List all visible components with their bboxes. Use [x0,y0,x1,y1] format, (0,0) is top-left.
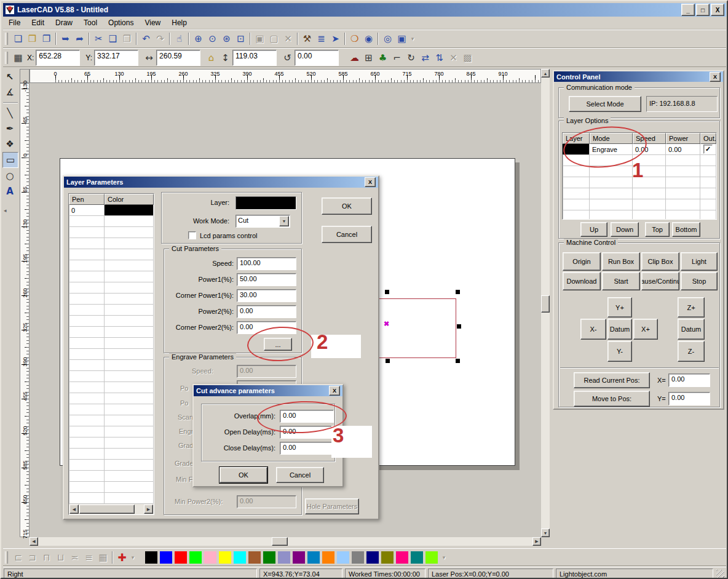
line-tool[interactable]: ╲ [2,106,17,121]
run-box-button[interactable]: Run Box [602,252,640,271]
array-copy-icon[interactable]: ⊞ [362,50,376,65]
pen-table-row[interactable] [69,316,154,327]
pos-x-field[interactable]: 0.00 [668,373,710,387]
layer-color-swatch[interactable] [235,196,296,210]
origin-corner-icon[interactable]: ⌐ [390,50,404,65]
param-list-icon[interactable]: ≣ [314,32,328,46]
selection-handle-bottom-center[interactable] [386,359,390,363]
jog-datum-xy-button[interactable]: Datum [607,319,632,340]
stop-button[interactable]: Stop [681,272,718,290]
select-tool[interactable]: ↖ [2,70,17,84]
anchor-grid-icon[interactable]: ▦ [11,50,25,65]
minimize-button[interactable]: _ [681,4,695,16]
close-delay-field[interactable]: 0.00 [280,442,334,455]
y-position-field[interactable]: 332.17 [94,50,138,66]
layer-table-header-4[interactable]: Out... [700,133,716,144]
layer-top-button[interactable]: Top [645,222,670,237]
data-check-icon[interactable]: ⚒ [300,32,314,46]
pen-table-row[interactable] [69,238,154,249]
param-pick-icon[interactable]: ➤ [328,32,342,46]
jog-z-minus-button[interactable]: Z- [678,341,705,362]
node-edit-icon[interactable]: ◉ [362,32,376,46]
maximize-button[interactable]: □ [696,4,710,16]
cut-advance-ok-button[interactable]: OK [220,467,267,483]
resize-grip[interactable] [716,570,724,578]
palette-color-9[interactable] [263,551,275,564]
control-panel-close-icon[interactable]: X [710,72,721,82]
pen-table-row[interactable] [69,227,154,238]
cut-corner-power1-field[interactable]: 30.00 [237,289,296,302]
cut-power2-field[interactable]: 0.00 [237,305,296,318]
read-current-pos-button[interactable]: Read Current Pos: [574,372,650,388]
select-mode-button[interactable]: Select Mode [569,96,641,112]
layer-table-header-3[interactable]: Power [666,133,700,144]
pen-table-row[interactable] [69,449,154,460]
palette-color-10[interactable] [278,551,290,564]
cut-speed-field[interactable]: 100.00 [237,257,296,270]
scroll-left-button[interactable]: ◀ [30,537,38,546]
x-position-field[interactable]: 652.28 [36,50,80,66]
palette-color-16[interactable] [366,551,379,564]
cut-advance-close-icon[interactable]: X [329,386,340,396]
light-button[interactable]: Light [681,252,718,271]
nest-icon[interactable]: ♣ [376,50,390,65]
jog-datum-z-button[interactable]: Datum [678,319,705,340]
pen-table-row[interactable] [69,460,154,471]
palette-color-8[interactable] [248,551,261,564]
menu-tool[interactable]: Tool [78,17,103,29]
menu-draw[interactable]: Draw [50,17,78,29]
dropdown-arrow-icon[interactable]: ▼ [279,216,289,226]
lock-ratio-icon[interactable]: ⌂ [204,50,218,65]
palette-color-6[interactable] [219,551,231,564]
layer-table-row[interactable] [563,199,716,210]
palette-color-17[interactable] [381,551,394,564]
pen-table-scrollbar[interactable]: ◀ ▶ [69,504,154,514]
layer-parameters-close-icon[interactable]: X [365,177,376,187]
undo-icon[interactable]: ↶ [139,32,153,46]
vertical-scroll-thumb[interactable] [541,295,550,313]
pen-table-row[interactable] [69,360,154,371]
pen-table-row[interactable] [69,293,154,305]
height-icon[interactable]: ↕ [218,50,232,65]
download-button[interactable]: Download [563,272,601,290]
pen-table-row[interactable] [69,260,154,271]
palette-color-15[interactable] [352,551,364,564]
zoom-in-icon[interactable]: ⊕ [191,32,205,46]
palette-color-13[interactable] [322,551,334,564]
lcd-params-checkbox[interactable] [188,231,196,239]
palette-color-20[interactable] [425,551,438,564]
move-to-pos-button[interactable]: Move to Pos: [574,391,650,407]
control-panel-title-bar[interactable]: Control Panel X [554,71,723,82]
pen-table-row[interactable] [69,271,154,282]
toolbar-grip[interactable] [5,52,8,64]
palette-color-3[interactable] [175,551,187,564]
rotate-free-icon[interactable]: ↻ [404,50,418,65]
layer-up-button[interactable]: Up [580,222,607,237]
weld-icon[interactable]: ☁ [347,50,362,65]
pen-table-row[interactable] [69,349,154,360]
pen-table-row[interactable] [69,393,154,404]
pen-scroll-thumb[interactable] [79,505,135,514]
horizontal-scroll-thumb[interactable] [272,537,288,546]
selection-handle-top-right[interactable] [456,290,460,294]
pos-y-field[interactable]: 0.00 [668,392,710,405]
menu-help[interactable]: Help [166,17,192,29]
mirror-h-icon[interactable]: ⇄ [418,50,432,65]
start-button[interactable]: Start [602,272,640,290]
palette-color-7[interactable] [234,551,246,564]
pen-table-row[interactable] [69,371,154,382]
pen-table-row[interactable] [69,471,154,482]
copy-icon[interactable]: ❑ [106,32,120,46]
layer-down-button[interactable]: Down [611,222,639,237]
layer-parameters-title-bar[interactable]: Layer Parameters X [64,177,378,188]
new-file-icon[interactable]: ❏ [11,32,25,46]
selection-handle-top-center[interactable] [385,290,389,294]
cut-advance-cancel-button[interactable]: Cancel [276,467,324,483]
save-file-icon[interactable]: ❐ [39,32,53,46]
palette-color-11[interactable] [293,551,305,564]
jog-y-minus-button[interactable]: Y- [607,341,632,362]
rotate-angle-icon[interactable]: ↺ [280,50,295,65]
open-file-icon[interactable]: ❒ [25,32,39,46]
pen-table-row[interactable] [69,216,154,227]
jog-y-plus-button[interactable]: Y+ [607,297,632,317]
